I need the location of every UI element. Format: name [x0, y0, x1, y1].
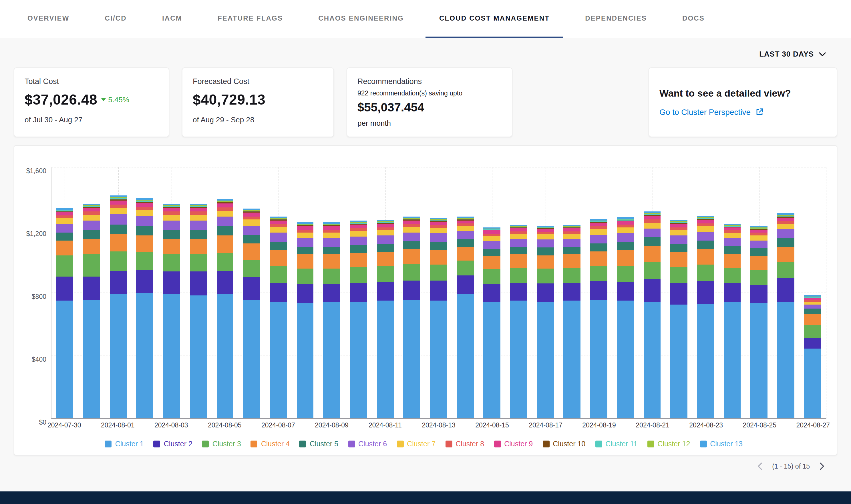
- bar-2024-08-14[interactable]: [452, 167, 479, 418]
- x-axis-label: 2024-08-11: [369, 422, 402, 429]
- bar-segment: [697, 249, 714, 265]
- legend-item-cluster-12[interactable]: Cluster 12: [647, 440, 690, 448]
- bar-2024-08-21[interactable]: [639, 167, 665, 418]
- bar-segment: [297, 247, 314, 254]
- bar-2024-08-12[interactable]: [399, 167, 425, 418]
- bar-segment: [270, 266, 287, 283]
- legend-swatch: [251, 440, 258, 447]
- bar-segment: [377, 224, 394, 228]
- legend-item-cluster-8[interactable]: Cluster 8: [445, 440, 484, 448]
- chevron-left-icon[interactable]: [755, 461, 765, 471]
- bar-segment: [617, 301, 634, 418]
- bar-segment: [216, 217, 233, 226]
- bar-segment: [110, 294, 127, 418]
- tab-docs[interactable]: DOCS: [682, 0, 705, 38]
- detail-view-title: Want to see a detailed view?: [659, 88, 827, 100]
- chevron-right-icon[interactable]: [817, 461, 827, 471]
- tab-chaos-engineering[interactable]: CHAOS ENGINEERING: [318, 0, 404, 38]
- legend-item-cluster-3[interactable]: Cluster 3: [202, 440, 241, 448]
- legend-label: Cluster 8: [455, 440, 484, 448]
- bar-2024-08-23[interactable]: [692, 167, 719, 418]
- bar-2024-08-11[interactable]: [372, 167, 399, 418]
- bar-2024-08-18[interactable]: [559, 167, 585, 418]
- bar-segment: [297, 269, 314, 284]
- bar-segment: [563, 239, 581, 247]
- x-axis-label: 2024-08-19: [582, 422, 616, 429]
- footer-bar: [0, 491, 851, 504]
- chevron-down-icon: [819, 52, 826, 56]
- bar-2024-08-01[interactable]: [105, 167, 132, 418]
- bar-segment: [350, 228, 367, 231]
- bar-segment: [190, 230, 207, 239]
- tab-overview[interactable]: OVERVIEW: [28, 0, 69, 38]
- legend-swatch: [299, 440, 306, 447]
- recommendations-card: Recommendations 922 recommendation(s) sa…: [347, 68, 513, 137]
- bar-2024-08-05[interactable]: [212, 167, 238, 418]
- bar-2024-07-31[interactable]: [78, 167, 105, 418]
- time-range-dropdown[interactable]: LAST 30 DAYS: [759, 50, 826, 58]
- bar-2024-08-13[interactable]: [425, 167, 452, 418]
- forecasted-cost-period: of Aug 29 - Sep 28: [193, 115, 323, 124]
- bar-segment: [644, 219, 661, 222]
- legend-item-cluster-7[interactable]: Cluster 7: [397, 440, 435, 448]
- bar-2024-08-20[interactable]: [612, 167, 639, 418]
- bar-segment: [324, 247, 341, 254]
- bar-2024-08-07[interactable]: [265, 167, 292, 418]
- bar-segment: [670, 252, 688, 267]
- bar-segment: [190, 208, 207, 212]
- bar-2024-08-27[interactable]: [799, 167, 826, 418]
- legend-item-cluster-6[interactable]: Cluster 6: [348, 440, 387, 448]
- tab-cloud-cost-management[interactable]: CLOUD COST MANAGEMENT: [426, 0, 563, 38]
- bar-segment: [484, 256, 501, 269]
- bar-segment: [216, 226, 233, 236]
- legend-item-cluster-11[interactable]: Cluster 11: [595, 440, 637, 448]
- bar-2024-08-17[interactable]: [532, 167, 559, 418]
- legend-item-cluster-5[interactable]: Cluster 5: [299, 440, 338, 448]
- bar-2024-08-22[interactable]: [666, 167, 692, 418]
- legend-item-cluster-13[interactable]: Cluster 13: [700, 440, 743, 448]
- bar-segment: [697, 223, 714, 226]
- tab-dependencies[interactable]: DEPENDENCIES: [585, 0, 647, 38]
- bar-2024-08-04[interactable]: [185, 167, 212, 418]
- bar-segment: [83, 230, 100, 239]
- bar-segment: [136, 203, 154, 207]
- cluster-perspective-link[interactable]: Go to Cluster Perspective: [659, 107, 827, 116]
- bar-2024-08-16[interactable]: [505, 167, 532, 418]
- legend-label: Cluster 12: [657, 440, 690, 448]
- bar-2024-08-15[interactable]: [479, 167, 505, 418]
- tab-cicd[interactable]: CI/CD: [105, 0, 127, 38]
- bar-segment: [270, 242, 287, 251]
- bar-2024-08-24[interactable]: [719, 167, 746, 418]
- bar-segment: [243, 219, 260, 226]
- legend-item-cluster-1[interactable]: Cluster 1: [105, 440, 144, 448]
- legend-item-cluster-4[interactable]: Cluster 4: [251, 440, 290, 448]
- bar-segment: [350, 237, 367, 245]
- bar-2024-08-26[interactable]: [772, 167, 799, 418]
- bar-2024-08-02[interactable]: [132, 167, 158, 418]
- bar-segment: [243, 260, 260, 277]
- bar-segment: [644, 216, 661, 219]
- bar-2024-07-30[interactable]: [51, 167, 78, 418]
- tab-feature-flags[interactable]: FEATURE FLAGS: [218, 0, 283, 38]
- bar-segment: [83, 212, 100, 215]
- bar-segment: [110, 208, 127, 215]
- bar-segment: [617, 221, 634, 225]
- legend-item-cluster-9[interactable]: Cluster 9: [494, 440, 533, 448]
- bar-2024-08-09[interactable]: [318, 167, 345, 418]
- bar-2024-08-19[interactable]: [586, 167, 612, 418]
- bar-2024-08-25[interactable]: [746, 167, 772, 418]
- legend-item-cluster-10[interactable]: Cluster 10: [542, 440, 585, 448]
- bar-2024-08-03[interactable]: [158, 167, 185, 418]
- bar-2024-08-08[interactable]: [292, 167, 318, 418]
- tab-iacm[interactable]: IACM: [162, 0, 182, 38]
- x-axis-labels: 2024-07-302024-08-012024-08-032024-08-05…: [51, 422, 827, 432]
- bar-segment: [377, 252, 394, 266]
- bar-segment: [484, 236, 501, 241]
- cost-chart-card: $0$400$800$1,200$1,600 2024-07-302024-08…: [14, 145, 837, 455]
- legend-item-cluster-2[interactable]: Cluster 2: [154, 440, 192, 448]
- bar-segment: [270, 302, 287, 418]
- bar-segment: [510, 234, 527, 239]
- bar-2024-08-10[interactable]: [345, 167, 372, 418]
- bar-segment: [136, 216, 154, 226]
- bar-2024-08-06[interactable]: [239, 167, 265, 418]
